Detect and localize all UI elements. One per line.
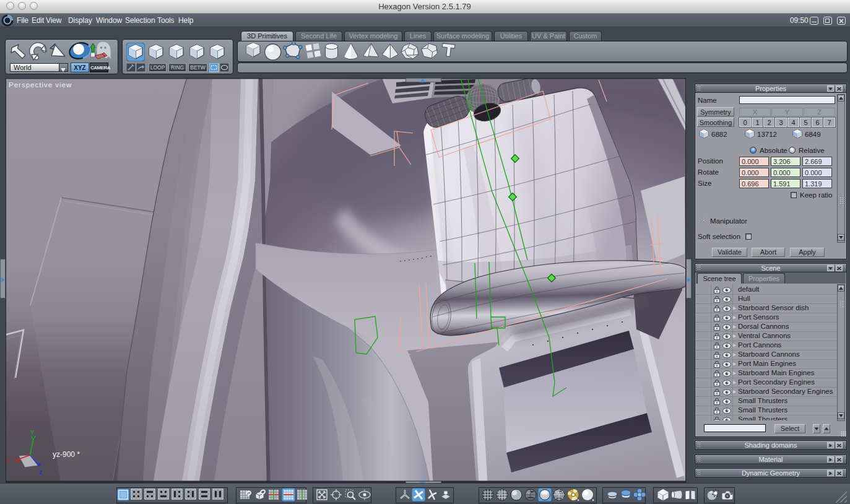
svg-text:Perspective view: Perspective view bbox=[9, 81, 72, 89]
svg-text:Y: Y bbox=[30, 428, 35, 435]
svg-text:z: z bbox=[39, 469, 42, 476]
svg-text:x: x bbox=[6, 458, 9, 464]
svg-text:yz-900 *: yz-900 * bbox=[53, 450, 80, 459]
